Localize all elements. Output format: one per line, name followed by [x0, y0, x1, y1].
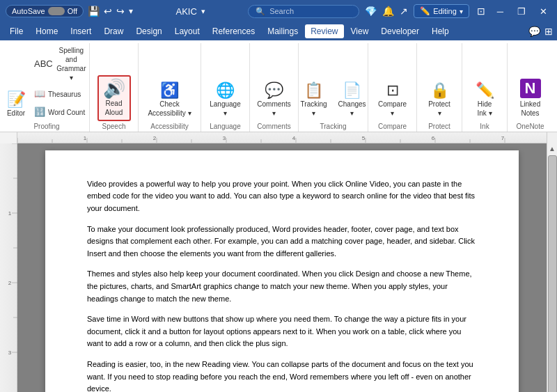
autosave-state: Off — [68, 7, 77, 15]
ribbon-group-tracking: 📋 Tracking ▾ 📄 Changes ▾ Tracking — [299, 43, 368, 132]
thesaurus-icon: 📖 — [34, 88, 45, 100]
page-area: Video provides a powerful way to help yo… — [17, 143, 547, 392]
thesaurus-button[interactable]: 📖 Thesaurus — [31, 86, 91, 103]
menu-references[interactable]: References — [207, 24, 260, 38]
menu-draw[interactable]: Draw — [98, 24, 129, 38]
speech-buttons: 🔊 ReadAloud — [97, 43, 131, 121]
svg-text:1: 1 — [84, 135, 87, 141]
minimize-btn[interactable]: ─ — [493, 6, 508, 17]
protect-title: Protect — [428, 123, 450, 132]
changes-icon: 📄 — [343, 83, 361, 98]
spelling-button[interactable]: ABC Spelling and Grammar ▾ — [31, 43, 91, 85]
accessibility-button[interactable]: ♿ CheckAccessibility ▾ — [143, 79, 196, 121]
ink-title: Ink — [480, 123, 489, 132]
ribbon-group-speech: 🔊 ReadAloud Speech — [90, 43, 139, 132]
scroll-thumb[interactable] — [548, 155, 557, 392]
title-bar-left: AutoSave Off 💾 ↩ ↪ ▾ — [6, 5, 133, 17]
menu-developer[interactable]: Developer — [375, 24, 425, 38]
editing-icon: ✏️ — [420, 6, 430, 16]
thesaurus-label: Thesaurus — [48, 90, 81, 99]
changes-button[interactable]: 📄 Changes ▾ — [334, 79, 371, 121]
svg-text:5: 5 — [362, 135, 366, 141]
language-icon: 🌐 — [216, 83, 235, 98]
tracking-title: Tracking — [320, 123, 347, 132]
changes-label: Changes ▾ — [338, 100, 366, 118]
language-buttons: 🌐 Language ▾ — [205, 43, 246, 121]
protect-buttons: 🔒 Protect ▾ — [421, 43, 457, 121]
editor-icon: 📝 — [7, 92, 26, 107]
title-bar-right: 🔍 Search 💎 🔔 ↗ ✏️ Editing ▾ ⊡ ─ ❐ ✕ — [248, 4, 551, 18]
comments-ribbon-icon: 💬 — [265, 83, 283, 98]
svg-text:1: 1 — [8, 210, 12, 217]
menu-bar-right: 💬 ⊞ — [528, 26, 553, 37]
spelling-label: Spelling and Grammar ▾ — [56, 46, 87, 82]
compare-icon: ⊡ — [386, 83, 399, 98]
menu-layout[interactable]: Layout — [169, 24, 205, 38]
share-icon[interactable]: ↗ — [400, 6, 408, 17]
ribbon: 📝 Editor ABC Spelling and Grammar ▾ 📖 Th… — [0, 40, 557, 132]
save-icon[interactable]: 💾 — [88, 6, 100, 17]
language-button[interactable]: 🌐 Language ▾ — [205, 79, 246, 121]
editing-button[interactable]: ✏️ Editing ▾ — [414, 4, 469, 18]
editor-button[interactable]: 📝 Editor — [3, 88, 29, 121]
editing-dropdown[interactable]: ▾ — [460, 8, 463, 15]
language-label: Language ▾ — [210, 100, 241, 118]
menu-home[interactable]: Home — [30, 24, 63, 38]
scroll-up-btn[interactable]: ▲ — [547, 143, 557, 154]
language-title: Language — [210, 123, 241, 132]
ruler-horizontal: 1 2 3 4 5 6 7 — [17, 132, 547, 143]
ink-buttons: ✏️ HideInk ▾ — [469, 43, 501, 121]
accessibility-title: Accessibility — [150, 123, 188, 132]
ribbon-collapse-icon[interactable]: ⊡ — [475, 6, 487, 17]
paragraph-1: Video provides a powerful way to help yo… — [87, 178, 477, 215]
redo-icon[interactable]: ↪ — [116, 6, 125, 17]
svg-text:6: 6 — [432, 135, 435, 141]
comments-button[interactable]: 💬 Comments ▾ — [252, 79, 295, 121]
menu-review[interactable]: Review — [305, 24, 343, 38]
menu-insert[interactable]: Insert — [65, 24, 97, 38]
protect-button[interactable]: 🔒 Protect ▾ — [421, 79, 457, 121]
linkednotes-button[interactable]: N LinkedNotes — [515, 75, 547, 121]
wordcount-label: Word Count — [48, 108, 85, 117]
svg-text:3: 3 — [8, 350, 12, 356]
autosave-toggle[interactable] — [48, 7, 65, 15]
bell-icon[interactable]: 🔔 — [382, 6, 394, 17]
autosave-label: AutoSave — [12, 7, 45, 15]
doc-title-dropdown[interactable]: ▾ — [201, 7, 205, 16]
undo-icon[interactable]: ↩ — [104, 6, 112, 17]
accessibility-icon: ♿ — [160, 83, 179, 98]
search-box[interactable]: 🔍 Search — [248, 5, 359, 18]
menu-file[interactable]: File — [4, 24, 29, 38]
paragraph-4: Save time in Word with new buttons that … — [87, 313, 477, 350]
hideink-button[interactable]: ✏️ HideInk ▾ — [469, 79, 501, 121]
tracking-button[interactable]: 📋 Tracking ▾ — [296, 79, 332, 121]
close-btn[interactable]: ✕ — [535, 6, 551, 17]
scrollbar-vertical[interactable]: ▲ ▼ — [547, 143, 557, 392]
onenote-icon: N — [520, 79, 541, 98]
title-bar-center: AKIC ▾ — [133, 6, 248, 17]
tracking-icon: 📋 — [304, 83, 323, 98]
diamond-icon: 💎 — [365, 6, 377, 17]
compare-buttons: ⊡ Compare ▾ — [372, 43, 412, 121]
readaloud-button[interactable]: 🔊 ReadAloud — [97, 75, 131, 121]
ruler-side-left — [0, 132, 17, 143]
readaloud-label: ReadAloud — [105, 99, 123, 117]
nav-icon[interactable]: ⊞ — [544, 26, 553, 37]
onenote-title: OneNote — [516, 123, 544, 132]
menu-view[interactable]: View — [345, 24, 375, 38]
accessibility-buttons: ♿ CheckAccessibility ▾ — [143, 43, 196, 121]
comments-icon[interactable]: 💬 — [528, 26, 540, 37]
ribbon-group-protect: 🔒 Protect ▾ Protect — [417, 43, 462, 132]
ribbon-group-ink: ✏️ HideInk ▾ Ink — [462, 43, 508, 132]
compare-button[interactable]: ⊡ Compare ▾ — [372, 79, 412, 121]
tracking-label: Tracking ▾ — [301, 100, 327, 118]
ribbon-group-onenote: N LinkedNotes OneNote — [508, 43, 553, 132]
protect-label: Protect ▾ — [426, 100, 453, 118]
menu-mailings[interactable]: Mailings — [262, 24, 304, 38]
restore-btn[interactable]: ❐ — [513, 6, 530, 17]
menu-design[interactable]: Design — [130, 24, 167, 38]
wordcount-button[interactable]: 🔢 Word Count — [31, 104, 91, 121]
menu-help[interactable]: Help — [426, 24, 455, 38]
autosave-badge[interactable]: AutoSave Off — [6, 5, 84, 17]
comments-ribbon-buttons: 💬 Comments ▾ — [252, 43, 295, 121]
